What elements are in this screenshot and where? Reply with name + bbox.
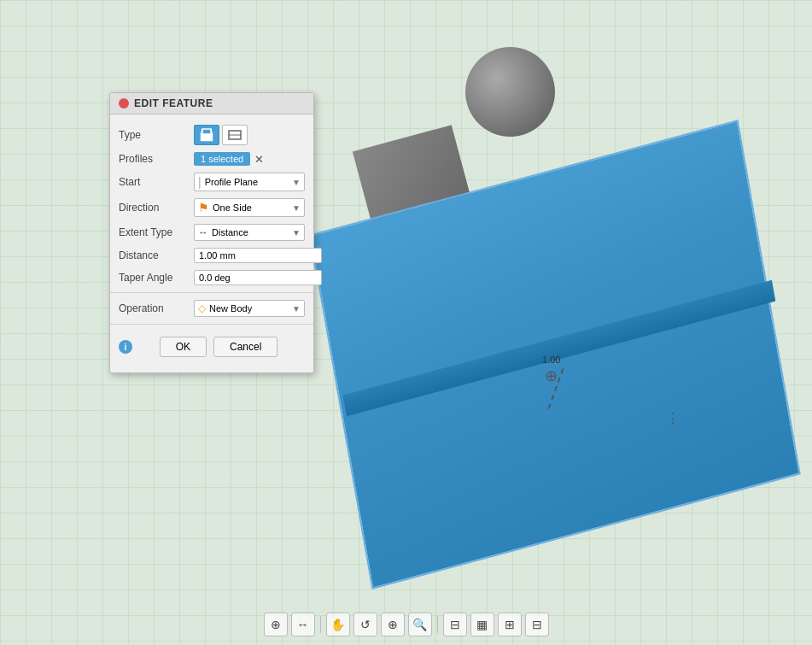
panel-header: EDIT FEATURE: [110, 93, 313, 114]
operation-dropdown[interactable]: ◇ New Body ▼: [194, 300, 305, 317]
type-row: Type: [110, 121, 313, 149]
taper-input[interactable]: [194, 270, 322, 285]
toolbar-zoom-fit-btn[interactable]: 🔍: [408, 613, 432, 636]
taper-control: [194, 270, 322, 285]
extent-type-value: Distance: [212, 227, 248, 237]
extent-type-dropdown-arrow: ▼: [292, 228, 301, 237]
operation-row: Operation ◇ New Body ▼: [110, 296, 313, 320]
cylinder-shape: [465, 47, 555, 137]
panel-close-icon[interactable]: [119, 98, 129, 108]
start-dropdown[interactable]: | Profile Plane ▼: [194, 173, 305, 191]
toolbar-zoom-btn[interactable]: ⊕: [381, 613, 405, 636]
toolbar-arrow-btn[interactable]: ↔: [291, 613, 315, 636]
direction-control: ⚑ One Side ▼: [194, 198, 305, 217]
profiles-label: Profiles: [119, 153, 187, 165]
svg-rect-1: [202, 129, 211, 134]
direction-dropdown[interactable]: ⚑ One Side ▼: [194, 198, 305, 217]
distance-row: Distance: [110, 244, 313, 267]
direction-dropdown-arrow: ▼: [292, 203, 301, 213]
extent-type-label: Extent Type: [119, 226, 187, 238]
profiles-clear-btn[interactable]: ✕: [253, 153, 266, 166]
bottom-toolbar: ⊕ ↔ ✋ ↺ ⊕ 🔍 ⊟ ▦ ⊞ ⊟: [0, 613, 812, 636]
cancel-button[interactable]: Cancel: [213, 337, 277, 357]
toolbar-perspective-btn[interactable]: ⊞: [498, 613, 522, 636]
panel-divider-2: [110, 324, 313, 325]
toolbar-grid-btn[interactable]: ⊟: [443, 613, 467, 636]
operation-control: ◇ New Body ▼: [194, 300, 305, 317]
bottom-row: i OK Cancel: [110, 328, 313, 366]
toolbar-display-btn[interactable]: ⊟: [525, 613, 549, 636]
direction-row: Direction ⚑ One Side ▼: [110, 195, 313, 220]
profiles-selected-text: 1 selected: [201, 154, 243, 164]
start-label: Start: [119, 176, 187, 188]
distance-input[interactable]: [194, 248, 322, 263]
panel-title: EDIT FEATURE: [134, 97, 213, 109]
toolbar-view-btn[interactable]: ▦: [470, 613, 494, 636]
svg-rect-0: [201, 134, 213, 141]
profiles-control: 1 selected ✕: [194, 152, 305, 166]
edit-feature-panel: EDIT FEATURE Type: [109, 92, 314, 373]
distance-label: Distance: [119, 249, 187, 261]
operation-value: New Body: [209, 303, 252, 314]
panel-divider: [110, 292, 313, 293]
direction-label: Direction: [119, 202, 187, 214]
start-value: Profile Plane: [205, 177, 258, 187]
direction-value: One Side: [213, 202, 252, 213]
info-icon[interactable]: i: [119, 340, 132, 354]
panel-body: Type P: [110, 114, 313, 372]
type-extrude-btn[interactable]: [194, 125, 219, 145]
taper-label: Taper Angle: [119, 272, 187, 284]
toolbar-move-btn[interactable]: ⊕: [264, 613, 288, 636]
distance-control: [194, 248, 322, 263]
start-dropdown-arrow: ▼: [292, 178, 301, 187]
profiles-row: Profiles 1 selected ✕: [110, 149, 313, 169]
ok-button[interactable]: OK: [160, 337, 207, 357]
start-row: Start | Profile Plane ▼: [110, 169, 313, 195]
type-label: Type: [119, 129, 187, 141]
operation-dropdown-arrow: ▼: [292, 304, 301, 314]
type-other-btn[interactable]: [222, 125, 248, 145]
button-row: OK Cancel: [132, 331, 305, 362]
start-control: | Profile Plane ▼: [194, 173, 305, 191]
operation-label: Operation: [119, 302, 187, 314]
toolbar-sep-1: [320, 616, 321, 633]
toolbar-rotate-btn[interactable]: ↺: [353, 613, 377, 636]
taper-row: Taper Angle: [110, 267, 313, 289]
type-control: [194, 125, 305, 145]
toolbar-hand-btn[interactable]: ✋: [326, 613, 350, 636]
extent-type-control: ↔ Distance ▼: [194, 224, 305, 241]
extent-type-dropdown[interactable]: ↔ Distance ▼: [194, 224, 305, 241]
dimension-menu[interactable]: ⋮: [666, 410, 680, 426]
extent-type-row: Extent Type ↔ Distance ▼: [110, 220, 313, 244]
profiles-selected-badge[interactable]: 1 selected: [194, 152, 250, 166]
toolbar-sep-2: [437, 616, 438, 633]
